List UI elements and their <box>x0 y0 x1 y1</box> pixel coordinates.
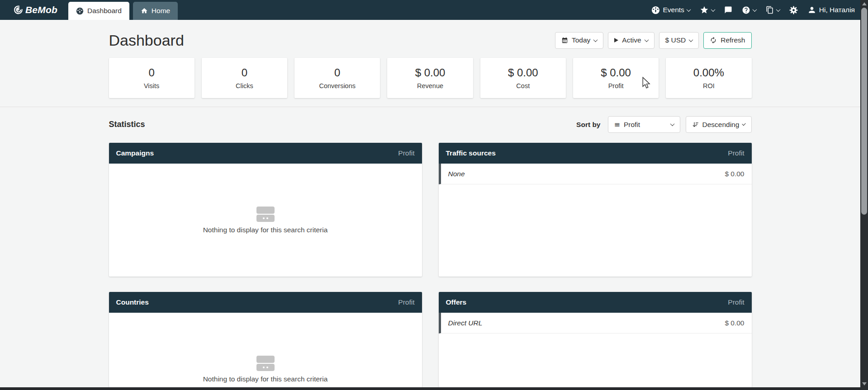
row-name: None <box>448 170 465 178</box>
panel-campaigns: Campaigns Profit Nothing to display for … <box>109 143 422 277</box>
empty-state-text: Nothing to display for this search crite… <box>203 375 328 383</box>
chevron-down-icon <box>689 38 693 42</box>
stat-value: $ 0.00 <box>601 66 631 79</box>
stat-label: ROI <box>703 82 715 89</box>
panel-title: Countries <box>116 298 149 306</box>
stat-card-roi: 0.00% ROI <box>666 58 751 98</box>
stat-label: Visits <box>144 82 159 89</box>
play-icon <box>614 38 618 42</box>
events-label: Events <box>663 6 684 14</box>
horizontal-scrollbar[interactable] <box>0 387 860 390</box>
panel-traffic-sources-header: Traffic sources Profit <box>439 143 752 164</box>
panel-traffic-sources: Traffic sources Profit None $ 0.00 <box>439 143 752 277</box>
top-navbar: BeMob Dashboard Home <box>0 0 860 20</box>
panel-metric: Profit <box>728 149 744 157</box>
user-greeting: Hi, Наталія <box>819 6 855 14</box>
chat-icon <box>724 6 732 14</box>
page-title: Dashboard <box>109 32 184 49</box>
panel-offers: Offers Profit Direct URL $ 0.00 <box>439 292 752 390</box>
stat-card-clicks: 0 Clicks <box>202 58 287 98</box>
empty-state: Nothing to display for this search crite… <box>109 164 422 277</box>
chevron-down-icon <box>742 122 746 126</box>
stat-label: Cost <box>516 82 530 89</box>
chevron-down-icon <box>711 7 715 12</box>
empty-data-icon <box>256 356 275 371</box>
stat-card-visits: 0 Visits <box>109 58 194 98</box>
chevron-down-icon <box>593 38 598 42</box>
panel-metric: Profit <box>398 149 414 157</box>
panel-traffic-sources-body: None $ 0.00 <box>439 164 752 277</box>
panel-countries-header: Countries Profit <box>109 292 422 313</box>
user-menu[interactable]: Hi, Наталія <box>807 5 855 14</box>
person-icon <box>807 5 816 14</box>
empty-data-icon <box>256 207 275 222</box>
dashboard-controls: Today Active $ USD Refresh <box>555 32 752 49</box>
table-row[interactable]: None $ 0.00 <box>439 164 752 184</box>
stat-value: $ 0.00 <box>415 66 446 79</box>
settings-button[interactable] <box>789 6 798 14</box>
sort-field-dropdown[interactable]: ≡ Profit <box>608 116 680 133</box>
date-range-label: Today <box>572 36 590 44</box>
row-value: $ 0.00 <box>725 319 744 327</box>
stat-card-conversions: 0 Conversions <box>294 58 380 98</box>
panel-metric: Profit <box>728 298 744 306</box>
sort-controls: Sort by ≡ Profit <box>576 116 751 133</box>
help-menu[interactable] <box>742 6 756 14</box>
chevron-down-icon <box>644 38 649 42</box>
nav-tabs: Dashboard Home <box>68 0 178 20</box>
panel-metric: Profit <box>398 298 414 306</box>
sort-order-dropdown[interactable]: Descending <box>686 116 752 133</box>
row-value: $ 0.00 <box>725 170 744 178</box>
sort-descending-icon <box>692 121 699 128</box>
panel-campaigns-body: Nothing to display for this search crite… <box>109 164 422 277</box>
bemob-logo[interactable]: BeMob <box>13 0 57 20</box>
sort-order-value: Descending <box>702 121 740 129</box>
favorites-menu[interactable] <box>700 5 715 14</box>
panel-title: Offers <box>446 298 467 306</box>
panel-countries-body: Nothing to display for this search crite… <box>109 313 422 390</box>
vertical-scrollbar[interactable] <box>860 0 868 390</box>
statistics-heading: Statistics <box>109 120 145 129</box>
status-filter-label: Active <box>622 36 641 44</box>
status-filter-dropdown[interactable]: Active <box>608 32 654 49</box>
gear-icon <box>789 6 798 14</box>
navbar-actions: Events <box>651 0 860 20</box>
table-row[interactable]: Direct URL $ 0.00 <box>439 313 752 334</box>
refresh-label: Refresh <box>721 36 745 44</box>
stat-value: 0 <box>242 66 247 79</box>
feedback-button[interactable] <box>724 6 732 14</box>
clone-menu[interactable] <box>766 6 780 14</box>
help-icon <box>742 6 750 14</box>
chevron-down-icon <box>776 7 780 12</box>
stats-summary-row: 0 Visits 0 Clicks 0 Conversions $ 0.00 R… <box>109 58 752 98</box>
stat-label: Conversions <box>319 82 356 89</box>
scrollbar-thumb[interactable] <box>861 8 867 215</box>
events-menu[interactable]: Events <box>651 6 690 14</box>
panel-title: Campaigns <box>116 149 154 157</box>
list-lines-icon: ≡ <box>614 121 620 128</box>
stat-value: $ 0.00 <box>508 66 538 79</box>
events-gauge-icon <box>651 6 660 14</box>
currency-dropdown[interactable]: $ USD <box>659 32 699 49</box>
sort-field-value: Profit <box>624 121 640 129</box>
home-icon <box>141 7 148 14</box>
tab-dashboard[interactable]: Dashboard <box>68 2 129 20</box>
tab-home[interactable]: Home <box>133 2 178 20</box>
stat-label: Profit <box>608 82 624 89</box>
panel-countries: Countries Profit Nothing to display for … <box>109 292 422 390</box>
sort-by-label: Sort by <box>576 121 600 129</box>
stat-value: 0 <box>148 66 154 79</box>
currency-label: $ USD <box>665 36 686 44</box>
panel-offers-header: Offers Profit <box>439 292 752 313</box>
stat-value: 0 <box>334 66 340 79</box>
scroll-up-arrow[interactable] <box>860 0 868 7</box>
stat-card-revenue: $ 0.00 Revenue <box>387 58 473 98</box>
chevron-down-icon <box>752 7 757 12</box>
statistics-panels: Campaigns Profit Nothing to display for … <box>109 143 752 390</box>
panel-campaigns-header: Campaigns Profit <box>109 143 422 164</box>
empty-state-text: Nothing to display for this search crite… <box>203 226 328 234</box>
panel-offers-body: Direct URL $ 0.00 <box>439 313 752 390</box>
date-range-dropdown[interactable]: Today <box>555 32 603 49</box>
scroll-down-arrow[interactable] <box>860 380 868 387</box>
refresh-button[interactable]: Refresh <box>703 32 751 49</box>
